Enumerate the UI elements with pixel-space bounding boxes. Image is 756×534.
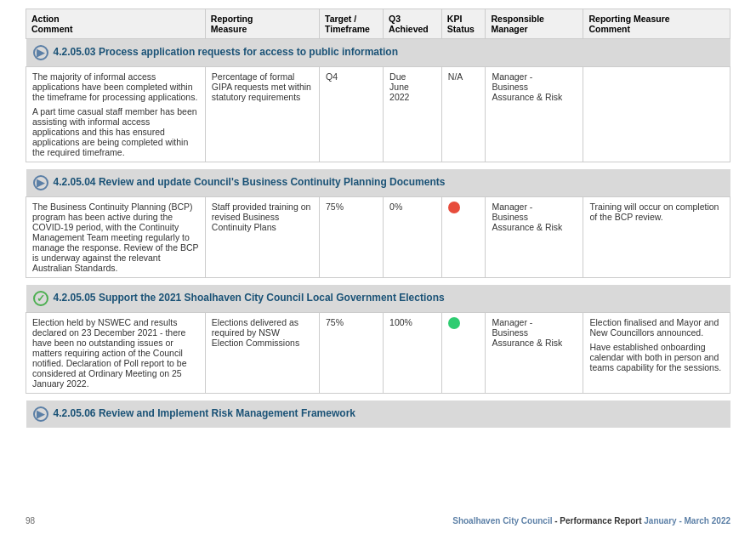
section-icon-4.2.05.06: ▶ xyxy=(33,406,48,422)
cell-manager: Manager - Business Assurance & Risk xyxy=(486,313,583,394)
spacer-row xyxy=(26,278,730,286)
header-q3: Q3Achieved xyxy=(384,9,442,39)
header-manager: ResponsibleManager xyxy=(486,9,583,39)
section-header-4.2.05.05: ✓4.2.05.05 Support the 2021 Shoalhaven C… xyxy=(26,285,730,313)
spacer-row xyxy=(26,162,730,170)
cell-kpi xyxy=(441,313,486,394)
cell-action: The majority of informal access applicat… xyxy=(26,67,206,162)
page-footer: 98 Shoalhaven City Council - Performance… xyxy=(26,516,730,525)
cell-action: The Business Continuity Planning (BCP) p… xyxy=(26,197,206,278)
header-kpi: KPIStatus xyxy=(441,9,486,39)
table-row: The majority of informal access applicat… xyxy=(26,67,730,162)
page-number: 98 xyxy=(26,516,35,525)
table-header-row: ActionComment ReportingMeasure Target /T… xyxy=(26,9,730,39)
cell-q3: Due June 2022 xyxy=(384,67,442,162)
header-reporting: ReportingMeasure xyxy=(205,9,319,39)
org-name: Shoalhaven City Council - Performance Re… xyxy=(452,516,730,525)
cell-q3: 0% xyxy=(384,197,442,278)
section-title-4.2.05.05: 4.2.05.05 Support the 2021 Shoalhaven Ci… xyxy=(54,292,445,304)
report-period: January - March 2022 xyxy=(644,516,730,525)
kpi-dot-red xyxy=(448,202,460,213)
table-row: The Business Continuity Planning (BCP) p… xyxy=(26,197,730,278)
section-header-4.2.05.03: ▶4.2.05.03 Process application requests … xyxy=(26,39,730,67)
cell-manager: Manager - Business Assurance & Risk xyxy=(486,197,583,278)
section-header-4.2.05.06: ▶4.2.05.06 Review and Implement Risk Man… xyxy=(26,400,730,428)
cell-reporting: Percentage of formal GIPA requests met w… xyxy=(205,67,319,162)
report-info: Shoalhaven City Council - Performance Re… xyxy=(452,516,730,525)
header-comment: Reporting MeasureComment xyxy=(583,9,730,39)
cell-comment: Training will occur on completion of the… xyxy=(583,197,730,278)
org-label: Shoalhaven City Council xyxy=(452,516,552,525)
cell-comment xyxy=(583,67,730,162)
cell-reporting: Elections delivered as required by NSW E… xyxy=(205,313,319,394)
section-title-4.2.05.06: 4.2.05.06 Review and Implement Risk Mana… xyxy=(54,407,355,419)
table-row: Election held by NSWEC and results decla… xyxy=(26,313,730,394)
header-target: Target /Timeframe xyxy=(320,9,384,39)
cell-comment: Election finalised and Mayor and New Cou… xyxy=(583,313,730,394)
section-icon-4.2.05.04: ▶ xyxy=(33,175,48,190)
cell-manager: Manager - Business Assurance & Risk xyxy=(486,67,583,162)
cell-kpi: N/A xyxy=(441,67,486,162)
cell-target: 75% xyxy=(320,313,384,394)
section-header-4.2.05.04: ▶4.2.05.04 Review and update Council's B… xyxy=(26,169,730,197)
report-label: - Performance Report xyxy=(554,516,641,525)
section-title-4.2.05.03: 4.2.05.03 Process application requests f… xyxy=(54,46,398,58)
header-action: ActionComment xyxy=(26,9,206,39)
cell-target: 75% xyxy=(320,197,384,278)
spacer-row xyxy=(26,394,730,401)
kpi-dot-green xyxy=(448,317,460,329)
cell-reporting: Staff provided training on revised Busin… xyxy=(205,197,319,278)
cell-action: Election held by NSWEC and results decla… xyxy=(26,313,206,394)
section-title-4.2.05.04: 4.2.05.04 Review and update Council's Bu… xyxy=(54,176,446,188)
section-icon-4.2.05.05: ✓ xyxy=(33,291,48,306)
spacer-row xyxy=(26,428,730,435)
cell-q3: 100% xyxy=(384,313,442,394)
section-icon-4.2.05.03: ▶ xyxy=(33,45,48,60)
cell-kpi xyxy=(441,197,486,278)
cell-target: Q4 xyxy=(320,67,384,162)
